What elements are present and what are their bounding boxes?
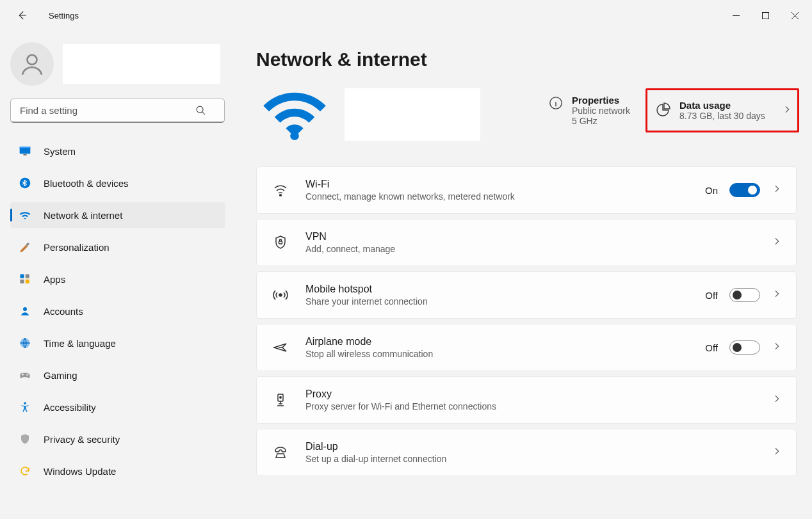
app-title: Settings [49,11,79,20]
sidebar-item-bluetooth[interactable]: Bluetooth & devices [10,170,225,196]
card-title: Proxy [305,388,756,400]
maximize-button[interactable] [751,5,780,26]
close-button[interactable] [780,5,809,26]
sidebar-item-system[interactable]: System [10,138,225,164]
card-title: Mobile hotspot [305,283,690,295]
data-usage-sub: 8.73 GB, last 30 days [679,111,765,121]
svg-point-1 [28,55,37,65]
svg-rect-11 [26,280,29,283]
svg-point-17 [290,131,299,140]
page-title: Network & internet [256,49,799,70]
wifi-icon [18,208,32,222]
sidebar-item-label: Bluetooth & devices [44,178,129,189]
hotspot-card[interactable]: Mobile hotspot Share your internet conne… [256,271,797,319]
sidebar-item-label: Personalization [44,242,110,253]
card-title: VPN [305,231,756,243]
search-icon [195,105,206,118]
vpn-card[interactable]: VPN Add, connect, manage [256,219,797,266]
card-sub: Add, connect, manage [305,244,756,254]
svg-point-2 [197,106,203,113]
network-name [345,88,480,141]
chevron-right-icon [772,236,782,249]
sidebar-item-apps[interactable]: Apps [10,266,225,292]
airplane-card[interactable]: Airplane mode Stop all wireless communic… [256,324,797,371]
svg-rect-0 [762,12,768,19]
sidebar-item-label: Accounts [44,306,83,317]
data-usage-label: Data usage [679,100,765,111]
main-content: Network & internet Properties [236,31,812,519]
sidebar-item-label: Network & internet [44,210,122,221]
card-sub: Proxy server for Wi-Fi and Ethernet conn… [305,401,756,411]
airplane-toggle[interactable] [729,340,760,355]
sidebar-item-label: Privacy & security [44,434,120,445]
sidebar-item-label: Accessibility [44,402,96,413]
sidebar-item-label: Gaming [44,370,77,381]
avatar [10,42,54,86]
pie-chart-icon [655,102,670,120]
hotspot-toggle[interactable] [729,288,760,302]
proxy-icon [271,392,290,408]
wifi-toggle[interactable] [729,183,760,197]
airplane-state: Off [705,342,718,353]
wifi-large-icon [256,88,333,141]
sidebar-item-gaming[interactable]: Gaming [10,362,225,388]
svg-point-19 [280,195,282,196]
accessibility-icon [18,400,32,414]
gamepad-icon [18,368,32,382]
sidebar-item-time-language[interactable]: Time & language [10,330,225,356]
wifi-card[interactable]: Wi-Fi Connect, manage known networks, me… [256,166,797,214]
sidebar-item-accessibility[interactable]: Accessibility [10,394,225,420]
sidebar-item-label: System [44,146,76,157]
sidebar-item-accounts[interactable]: Accounts [10,298,225,324]
nav-list: System Bluetooth & devices Network & int… [10,138,225,484]
search-input[interactable] [10,99,225,123]
profile-block[interactable] [10,42,225,86]
sidebar-item-privacy[interactable]: Privacy & security [10,426,225,452]
shield-icon [18,432,32,446]
back-button[interactable] [14,8,29,23]
chevron-right-icon [772,341,782,354]
chevron-right-icon [772,184,782,196]
data-usage-card[interactable]: Data usage 8.73 GB, last 30 days [646,88,799,132]
card-sub: Set up a dial-up internet connection [305,454,756,464]
sidebar-item-label: Time & language [44,338,116,349]
bluetooth-icon [18,176,32,190]
svg-point-12 [23,307,27,311]
svg-rect-4 [20,147,31,148]
chevron-right-icon [782,104,792,117]
chevron-right-icon [772,394,782,406]
properties-card[interactable]: Properties Public network 5 GHz [541,88,638,132]
card-sub: Stop all wireless communication [305,349,690,359]
sidebar-item-personalization[interactable]: Personalization [10,234,225,260]
sidebar-item-network[interactable]: Network & internet [10,202,225,228]
network-hero: Properties Public network 5 GHz Data usa… [256,88,799,141]
svg-point-21 [279,294,282,296]
sidebar-item-label: Apps [44,274,65,285]
svg-point-16 [24,402,26,404]
monitor-icon [18,144,32,158]
airplane-icon [271,340,290,355]
card-sub: Share your internet connection [305,296,690,307]
proxy-card[interactable]: Proxy Proxy server for Wi-Fi and Etherne… [256,376,797,424]
svg-rect-10 [20,280,24,283]
chevron-right-icon [772,289,782,301]
svg-rect-20 [279,241,282,244]
update-icon [18,464,32,478]
card-title: Wi-Fi [305,179,690,190]
title-bar: Settings [0,0,812,31]
sidebar-item-windows-update[interactable]: Windows Update [10,458,225,484]
svg-rect-9 [26,275,29,278]
minimize-button[interactable] [721,5,751,26]
card-title: Dial-up [305,441,756,452]
phone-icon [271,445,290,460]
dialup-card[interactable]: Dial-up Set up a dial-up internet connec… [256,429,797,476]
properties-line1: Public network [572,106,630,116]
profile-name [63,44,220,84]
hotspot-icon [271,287,290,303]
info-icon [549,96,563,113]
properties-label: Properties [572,95,630,106]
hotspot-state: Off [705,290,718,301]
sidebar-item-label: Windows Update [44,466,116,477]
svg-point-15 [28,373,29,374]
chevron-right-icon [772,446,782,459]
